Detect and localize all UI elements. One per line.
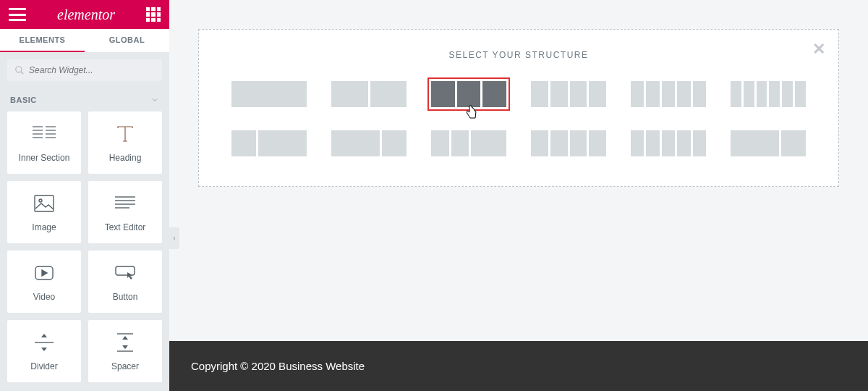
structure-row xyxy=(228,127,809,160)
structure-row xyxy=(228,77,809,111)
svg-point-11 xyxy=(39,199,42,202)
search-widget xyxy=(7,59,162,81)
structure-option[interactable] xyxy=(727,127,809,160)
elementor-sidebar: elementor ELEMENTS GLOBAL BASIC xyxy=(0,0,169,391)
widget-text-editor[interactable]: Text Editor xyxy=(88,181,162,243)
tab-global[interactable]: GLOBAL xyxy=(85,29,169,52)
widget-label: Text Editor xyxy=(105,222,146,232)
structure-option[interactable] xyxy=(627,77,710,111)
svg-rect-18 xyxy=(116,266,135,275)
structure-title: SELECT YOUR STRUCTURE xyxy=(228,50,809,60)
svg-marker-24 xyxy=(122,345,128,349)
widget-heading[interactable]: Heading xyxy=(88,112,162,174)
text-t-icon xyxy=(115,122,135,146)
svg-marker-17 xyxy=(42,270,47,276)
search-icon xyxy=(14,65,25,75)
svg-marker-23 xyxy=(122,336,128,340)
spacer-icon xyxy=(117,331,133,354)
svg-point-0 xyxy=(16,67,22,72)
widget-divider[interactable]: Divider xyxy=(7,320,81,382)
svg-rect-10 xyxy=(35,196,54,211)
cursor-hand-icon xyxy=(465,105,478,119)
page-footer: Copyright © 2020 Business Website xyxy=(169,341,868,391)
widget-video[interactable]: Video xyxy=(7,251,81,313)
svg-marker-19 xyxy=(41,334,47,337)
structure-option[interactable] xyxy=(627,127,710,160)
structure-option[interactable] xyxy=(527,127,610,160)
widget-label: Inner Section xyxy=(19,153,70,163)
divider-icon xyxy=(35,331,54,354)
structure-option[interactable] xyxy=(228,127,310,160)
panel-tabs: ELEMENTS GLOBAL xyxy=(0,29,169,52)
image-icon xyxy=(34,192,54,215)
svg-line-1 xyxy=(21,72,24,75)
copyright-text: Copyright © 2020 Business Website xyxy=(191,360,365,372)
sidebar-header: elementor xyxy=(0,0,169,29)
structure-option[interactable] xyxy=(527,77,610,111)
category-label: BASIC xyxy=(10,96,37,104)
widgets-grid: Inner Section Heading Image Text Editor xyxy=(0,112,169,382)
widget-spacer[interactable]: Spacer xyxy=(88,320,162,382)
widget-label: Video xyxy=(33,292,55,302)
structure-option[interactable] xyxy=(727,77,809,111)
structure-selector: ✕ SELECT YOUR STRUCTURE xyxy=(198,29,839,187)
lines-icon xyxy=(115,192,135,215)
widget-label: Spacer xyxy=(111,361,139,371)
widget-image[interactable]: Image xyxy=(7,181,81,243)
structure-option[interactable] xyxy=(427,127,510,160)
widget-label: Button xyxy=(113,292,138,302)
svg-marker-21 xyxy=(41,348,47,351)
menu-icon[interactable] xyxy=(9,8,26,21)
structure-option[interactable] xyxy=(328,127,410,160)
close-icon[interactable]: ✕ xyxy=(812,40,825,59)
structure-option[interactable] xyxy=(427,77,510,111)
widget-button[interactable]: Button xyxy=(88,251,162,313)
widget-label: Image xyxy=(32,222,56,232)
tab-elements[interactable]: ELEMENTS xyxy=(0,29,85,52)
play-icon xyxy=(35,261,54,285)
columns-icon xyxy=(33,122,56,146)
search-input[interactable] xyxy=(7,59,162,81)
widget-label: Divider xyxy=(30,361,57,371)
structure-option[interactable] xyxy=(228,77,310,111)
button-icon xyxy=(115,261,135,285)
widget-label: Heading xyxy=(109,153,142,163)
brand-logo: elementor xyxy=(57,7,115,23)
widget-inner-section[interactable]: Inner Section xyxy=(7,112,81,174)
editor-canvas: ✕ SELECT YOUR STRUCTURE Copyright © 2020… xyxy=(169,0,868,391)
structure-option[interactable] xyxy=(328,77,410,111)
chevron-down-icon xyxy=(150,96,159,104)
category-basic[interactable]: BASIC xyxy=(0,88,169,112)
apps-grid-icon[interactable] xyxy=(146,7,161,22)
